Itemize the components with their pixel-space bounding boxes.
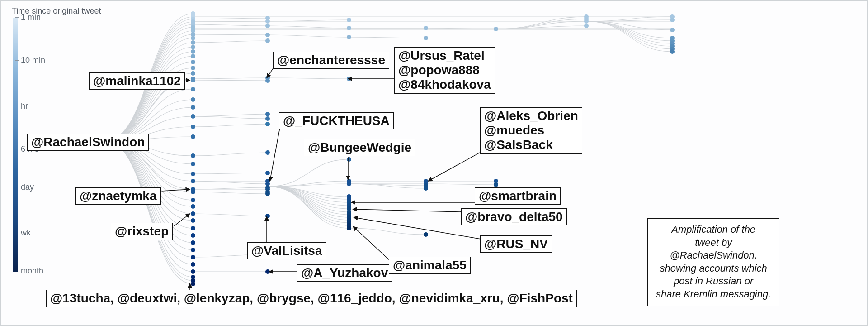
caption-line: showing accounts which <box>656 262 771 275</box>
svg-point-95 <box>494 182 498 187</box>
svg-point-54 <box>265 122 270 126</box>
caption-line: share Kremlin messaging. <box>656 288 771 301</box>
svg-point-102 <box>670 28 675 32</box>
svg-point-63 <box>265 214 270 218</box>
svg-point-98 <box>584 19 589 24</box>
svg-point-92 <box>424 232 428 237</box>
svg-point-25 <box>191 153 195 158</box>
svg-point-91 <box>424 186 428 191</box>
svg-point-84 <box>347 226 351 230</box>
account-label: @znaetymka <box>75 187 161 205</box>
svg-point-14 <box>191 60 195 64</box>
svg-point-21 <box>191 105 195 110</box>
svg-point-72 <box>347 182 351 186</box>
svg-point-15 <box>191 66 195 70</box>
svg-line-120 <box>353 209 462 212</box>
svg-point-41 <box>191 269 195 274</box>
caption-line: @RachaelSwindon, <box>656 249 771 262</box>
svg-point-86 <box>424 36 428 40</box>
caption-box: Amplification of thetweet by@RachaelSwin… <box>647 218 779 306</box>
account-label: @enchanteressse <box>273 52 389 69</box>
svg-point-26 <box>191 162 195 166</box>
svg-point-40 <box>191 262 195 267</box>
account-label: @Ursus_Ratel@popowa888@84khodakova <box>394 47 495 94</box>
svg-point-55 <box>265 150 270 155</box>
svg-point-23 <box>191 125 195 129</box>
svg-point-66 <box>347 18 351 22</box>
caption-line: tweet by <box>656 236 771 249</box>
account-label: @bravo_delta50 <box>461 208 567 225</box>
svg-point-46 <box>265 19 270 24</box>
account-label: @smartbrain <box>475 187 561 205</box>
svg-point-35 <box>191 226 195 230</box>
svg-point-108 <box>670 49 675 54</box>
svg-point-16 <box>191 71 195 76</box>
account-label: @13tucha, @deuxtwi, @lenkyzap, @brygse, … <box>46 290 577 307</box>
svg-line-118 <box>428 152 481 181</box>
svg-point-38 <box>191 248 195 252</box>
svg-point-34 <box>191 218 195 223</box>
svg-point-24 <box>191 134 195 139</box>
svg-point-32 <box>191 204 195 209</box>
account-label: @rixstep <box>111 223 173 240</box>
svg-point-67 <box>347 26 351 30</box>
account-label: @BungeeWedgie <box>304 139 415 156</box>
svg-point-53 <box>265 116 270 121</box>
account-label: @RachaelSwindon <box>27 134 149 151</box>
svg-point-20 <box>191 97 195 102</box>
caption-line: post in Russian or <box>656 275 771 288</box>
svg-point-13 <box>191 54 195 58</box>
svg-line-122 <box>353 226 390 260</box>
account-label: @A_Yuzhakov <box>297 264 392 282</box>
account-label: @RUS_NV <box>480 235 552 253</box>
svg-point-12 <box>191 49 195 54</box>
svg-point-47 <box>265 24 270 28</box>
account-label: @_FUCKTHEUSA <box>279 112 394 129</box>
svg-point-85 <box>424 26 428 30</box>
svg-point-70 <box>347 157 351 162</box>
account-label: @malinka1102 <box>89 72 185 90</box>
account-label: @animala55 <box>389 257 471 274</box>
svg-point-9 <box>191 36 195 40</box>
diagram-frame: Time since original tweet 1 min10 minhr6… <box>0 0 868 326</box>
svg-point-48 <box>265 33 270 37</box>
svg-point-49 <box>265 38 270 43</box>
svg-point-37 <box>191 240 195 245</box>
svg-point-56 <box>265 171 270 175</box>
svg-point-27 <box>191 172 195 176</box>
svg-point-51 <box>265 78 270 83</box>
account-label: @Aleks_Obrien@muedes@SaIsBack <box>480 107 582 154</box>
caption-line: Amplification of the <box>656 223 771 236</box>
svg-point-19 <box>191 87 195 91</box>
svg-point-44 <box>191 282 195 286</box>
svg-point-10 <box>191 40 195 45</box>
svg-point-101 <box>670 18 675 22</box>
svg-point-30 <box>191 190 195 194</box>
svg-point-68 <box>347 35 351 39</box>
svg-point-31 <box>191 198 195 202</box>
svg-point-28 <box>191 179 195 183</box>
svg-point-22 <box>191 114 195 119</box>
svg-point-52 <box>265 112 270 116</box>
svg-line-113 <box>270 128 280 181</box>
svg-point-33 <box>191 211 195 216</box>
svg-point-99 <box>584 24 589 28</box>
svg-point-36 <box>191 233 195 238</box>
svg-point-39 <box>191 255 195 259</box>
svg-point-62 <box>265 192 270 196</box>
svg-point-18 <box>191 78 195 82</box>
svg-point-11 <box>191 45 195 49</box>
svg-point-93 <box>494 27 498 31</box>
account-label: @ValLisitsa <box>247 242 326 259</box>
